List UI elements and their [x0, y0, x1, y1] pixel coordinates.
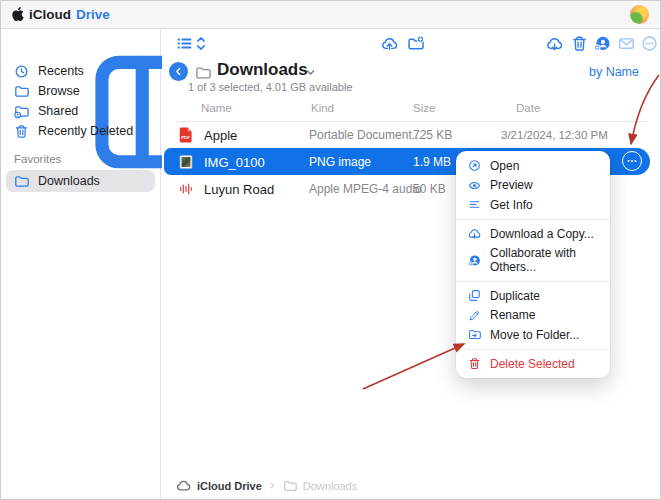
apple-logo-icon [12, 7, 24, 21]
sidebar: Recents Browse Shared Recently Deleted F… [1, 29, 161, 499]
sort-button[interactable] [196, 35, 206, 52]
selection-status: 1 of 3 selected, 4.01 GB available [188, 81, 353, 93]
collaborate-button[interactable] [594, 35, 611, 52]
icloud-drive-window: iCloud Drive Recents Browse Shared [0, 0, 661, 500]
top-bar: iCloud Drive [1, 1, 660, 29]
cloud-icon [176, 478, 191, 493]
menu-item-label: Open [490, 159, 519, 173]
sidebar-item-downloads[interactable]: Downloads [6, 170, 155, 192]
info-lines-icon [468, 198, 481, 211]
menu-item-duplicate[interactable]: Duplicate [456, 286, 610, 306]
sort-by-link[interactable]: by Name [589, 65, 639, 79]
table-row[interactable]: Apple Portable Document... 725 KB 3/21/2… [164, 121, 650, 148]
pencil-icon [468, 309, 481, 322]
menu-item-delete-selected[interactable]: Delete Selected [456, 354, 610, 374]
menu-item-label: Preview [490, 178, 533, 192]
app-grid-button[interactable] [601, 7, 617, 23]
sidebar-item-label: Browse [38, 84, 80, 98]
folder-icon [195, 65, 211, 81]
menu-item-collaborate[interactable]: Collaborate with Others... [456, 243, 610, 277]
menu-item-label: Download a Copy... [490, 227, 594, 241]
column-date[interactable]: Date [516, 102, 540, 114]
brand-drive-label: Drive [76, 7, 110, 22]
sidebar-item-shared[interactable]: Shared [1, 101, 160, 121]
delete-button[interactable] [571, 35, 588, 52]
add-people-icon [594, 35, 611, 52]
folder-icon [14, 174, 29, 189]
menu-divider [456, 349, 610, 350]
more-button [641, 35, 658, 52]
row-more-button[interactable] [622, 151, 642, 171]
sidebar-item-recents[interactable]: Recents [1, 61, 160, 81]
chevron-right-icon [268, 481, 277, 490]
audio-wave-icon [179, 181, 193, 197]
add-people-icon [468, 254, 481, 267]
file-size: 1.9 MB [413, 155, 451, 169]
table-header: Name Kind Size Date [162, 102, 660, 116]
sidebar-item-recently-deleted[interactable]: Recently Deleted [1, 121, 160, 141]
trash-icon [14, 124, 29, 139]
sidebar-item-label: Recents [38, 64, 84, 78]
file-name: Apple [204, 127, 237, 142]
menu-item-label: Duplicate [490, 289, 540, 303]
menu-item-download-copy[interactable]: Download a Copy... [456, 224, 610, 244]
menu-item-move-to-folder[interactable]: Move to Folder... [456, 325, 610, 345]
back-button[interactable] [169, 62, 188, 81]
download-cloud-icon [546, 35, 563, 52]
brand-icloud-label: iCloud [29, 7, 71, 22]
clock-icon [14, 64, 29, 79]
add-circle-button[interactable] [572, 7, 588, 23]
new-folder-icon [407, 35, 424, 52]
png-image-icon [179, 153, 193, 170]
menu-item-rename[interactable]: Rename [456, 306, 610, 326]
breadcrumb: iCloud Drive Downloads [176, 478, 357, 493]
file-name: IMG_0100 [204, 154, 265, 169]
shared-folder-icon [14, 104, 29, 119]
sidebar-item-label: Recently Deleted [38, 124, 133, 138]
folder-icon [14, 84, 29, 99]
ellipsis-icon [626, 155, 638, 167]
download-cloud-icon [468, 227, 481, 240]
open-circle-icon [468, 159, 481, 172]
column-name[interactable]: Name [201, 102, 232, 114]
sidebar-item-browse[interactable]: Browse [1, 81, 160, 101]
email-icon [618, 35, 635, 52]
file-kind: PNG image [309, 155, 371, 169]
folder-icon [283, 479, 297, 493]
breadcrumb-root[interactable]: iCloud Drive [197, 480, 262, 492]
duplicate-icon [468, 289, 481, 302]
sidebar-list: Recents Browse Shared Recently Deleted F… [1, 61, 160, 192]
menu-item-label: Rename [490, 308, 535, 322]
chevron-down-icon [305, 67, 316, 78]
ellipsis-circle-icon [641, 35, 658, 52]
file-name: Luyun Road [204, 181, 274, 196]
column-size[interactable]: Size [413, 102, 435, 114]
menu-item-open[interactable]: Open [456, 156, 610, 176]
menu-divider [456, 219, 610, 220]
menu-item-label: Get Info [490, 198, 533, 212]
upload-button[interactable] [381, 35, 398, 52]
new-folder-button[interactable] [407, 35, 424, 52]
email-button [618, 35, 635, 52]
list-view-button[interactable] [176, 35, 193, 52]
sort-chevrons-icon [196, 35, 206, 52]
menu-item-label: Delete Selected [490, 357, 575, 371]
menu-divider [456, 281, 610, 282]
sidebar-item-label: Downloads [38, 174, 100, 188]
move-folder-icon [468, 328, 481, 341]
column-kind[interactable]: Kind [311, 102, 334, 114]
avatar[interactable] [630, 5, 649, 24]
sidebar-toggle-button[interactable] [11, 37, 28, 54]
file-kind: Apple MPEG-4 audio [309, 182, 422, 196]
menu-item-get-info[interactable]: Get Info [456, 195, 610, 215]
file-size: 50 KB [413, 182, 446, 196]
download-button[interactable] [546, 35, 563, 52]
list-view-icon [176, 35, 193, 52]
title-dropdown-button[interactable] [305, 67, 316, 78]
page-title: Downloads [217, 60, 308, 80]
topbar-actions [572, 5, 649, 24]
context-menu: Open Preview Get Info Download a Copy...… [456, 151, 610, 378]
menu-item-preview[interactable]: Preview [456, 176, 610, 196]
file-date: 3/21/2024, 12:30 PM [501, 129, 608, 141]
breadcrumb-current: Downloads [303, 480, 357, 492]
